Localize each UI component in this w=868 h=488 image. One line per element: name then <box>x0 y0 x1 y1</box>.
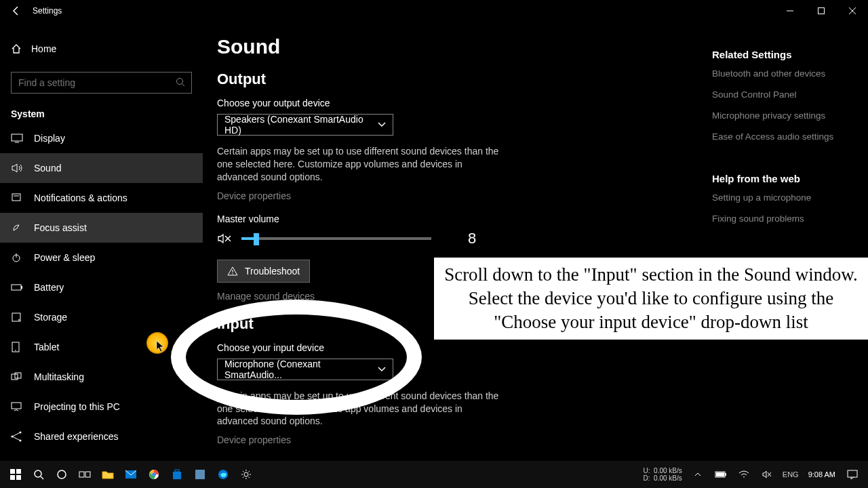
master-volume-slider[interactable] <box>241 237 431 240</box>
svg-point-25 <box>20 440 22 442</box>
warning-icon <box>227 266 238 276</box>
help-title: Help from the web <box>712 173 848 184</box>
sidebar-item-label: Power & sleep <box>34 252 95 263</box>
sidebar-item-multitasking[interactable]: Multitasking <box>0 362 203 392</box>
svg-rect-44 <box>195 470 205 479</box>
help-link-mic[interactable]: Setting up a microphone <box>712 192 848 203</box>
language-indicator[interactable]: ENG <box>783 470 799 479</box>
maximize-button[interactable] <box>806 0 837 22</box>
tray-chevron-icon[interactable] <box>686 461 709 488</box>
slider-thumb[interactable] <box>254 233 259 245</box>
search-input-wrap <box>11 72 192 94</box>
action-center-icon[interactable] <box>841 461 864 488</box>
svg-rect-1 <box>818 8 825 14</box>
input-device-dropdown[interactable]: Microphone (Conexant SmartAudio... <box>217 359 393 380</box>
taskbar-search-icon[interactable] <box>27 461 50 488</box>
display-icon <box>11 134 23 143</box>
home-link[interactable]: Home <box>0 34 203 64</box>
home-label: Home <box>31 43 56 54</box>
sidebar-item-shared[interactable]: Shared experiences <box>0 422 203 451</box>
storage-icon <box>11 312 23 323</box>
chevron-down-icon <box>378 367 386 372</box>
shared-icon <box>11 431 23 442</box>
battery-tray-icon[interactable] <box>709 461 732 488</box>
related-link-sound-control[interactable]: Sound Control Panel <box>712 89 848 100</box>
power-icon <box>11 252 23 263</box>
sound-icon <box>11 163 23 174</box>
search-input[interactable] <box>11 72 192 94</box>
sidebar-item-power[interactable]: Power & sleep <box>0 243 203 272</box>
input-description: Certain apps may be set up to use differ… <box>217 390 502 428</box>
chevron-down-icon <box>378 122 386 127</box>
titlebar: Settings <box>0 0 868 22</box>
settings-taskbar-icon[interactable] <box>235 461 258 488</box>
related-settings-title: Related Settings <box>712 49 848 60</box>
start-button[interactable] <box>4 461 27 488</box>
sidebar-item-label: Sound <box>34 163 61 174</box>
svg-rect-13 <box>21 286 22 289</box>
volume-mute-icon[interactable] <box>217 232 232 245</box>
svg-point-17 <box>15 350 16 351</box>
sidebar-item-display[interactable]: Display <box>0 123 203 153</box>
edge-icon[interactable] <box>212 461 235 488</box>
svg-line-22 <box>12 436 20 441</box>
sidebar-item-notifications[interactable]: Notifications & actions <box>0 183 203 213</box>
sidebar-item-sound[interactable]: Sound <box>0 153 203 183</box>
volume-tray-icon[interactable] <box>755 461 778 488</box>
home-icon <box>11 43 22 54</box>
sidebar-item-label: Projecting to this PC <box>34 401 120 412</box>
svg-rect-20 <box>12 403 21 409</box>
svg-rect-38 <box>85 472 90 477</box>
input-choose-label: Choose your input device <box>217 342 868 353</box>
annotation-callout: Scroll down to the "Input" section in th… <box>434 258 868 340</box>
cursor-icon <box>156 340 165 352</box>
sidebar-item-storage[interactable]: Storage <box>0 302 203 332</box>
svg-rect-8 <box>12 194 20 201</box>
sidebar-item-label: Focus assist <box>34 222 87 233</box>
clock[interactable]: 9:08 AM <box>808 470 835 479</box>
sidebar-item-focus-assist[interactable]: Focus assist <box>0 213 203 243</box>
svg-rect-31 <box>16 469 21 474</box>
wifi-tray-icon[interactable] <box>732 461 755 488</box>
svg-rect-37 <box>79 472 84 477</box>
troubleshoot-button[interactable]: Troubleshoot <box>217 260 310 283</box>
taskbar: U: 0.00 kB/s D: 0.00 kB/s ENG 9:08 AM <box>0 461 868 488</box>
svg-point-23 <box>12 436 14 438</box>
svg-rect-43 <box>175 470 179 472</box>
related-link-bluetooth[interactable]: Bluetooth and other devices <box>712 68 848 79</box>
focus-icon <box>11 222 23 233</box>
battery-icon <box>11 283 23 291</box>
window-title: Settings <box>33 6 62 16</box>
sidebar-item-battery[interactable]: Battery <box>0 272 203 302</box>
svg-point-24 <box>20 432 22 434</box>
svg-point-46 <box>244 472 248 476</box>
svg-line-5 <box>182 84 185 87</box>
output-device-value: Speakers (Conexant SmartAudio HD) <box>224 114 378 136</box>
related-link-mic-privacy[interactable]: Microphone privacy settings <box>712 110 848 121</box>
multitask-icon <box>11 372 23 382</box>
task-view-icon[interactable] <box>73 461 96 488</box>
back-button[interactable] <box>0 0 33 22</box>
svg-rect-48 <box>725 473 726 476</box>
app-icon[interactable] <box>189 461 212 488</box>
cortana-icon[interactable] <box>50 461 73 488</box>
mail-icon[interactable] <box>119 461 142 488</box>
sidebar-item-projecting[interactable]: Projecting to this PC <box>0 392 203 422</box>
input-device-properties-link[interactable]: Device properties <box>217 434 868 445</box>
output-device-dropdown[interactable]: Speakers (Conexant SmartAudio HD) <box>217 114 393 136</box>
related-settings-pane: Related Settings Bluetooth and other dev… <box>712 49 848 235</box>
minimize-button[interactable] <box>774 0 806 22</box>
main-content: Sound Output Choose your output device S… <box>203 22 868 461</box>
chrome-icon[interactable] <box>142 461 165 488</box>
explorer-icon[interactable] <box>96 461 119 488</box>
store-icon[interactable] <box>165 461 189 488</box>
help-link-sound[interactable]: Fixing sound problems <box>712 214 848 224</box>
sidebar-item-tablet[interactable]: Tablet <box>0 332 203 362</box>
svg-rect-33 <box>16 475 21 480</box>
search-icon <box>176 77 185 87</box>
related-link-ease-access[interactable]: Ease of Access audio settings <box>712 131 848 142</box>
close-button[interactable] <box>837 0 868 22</box>
input-device-value: Microphone (Conexant SmartAudio... <box>224 359 378 380</box>
svg-point-34 <box>35 470 41 477</box>
sidebar-item-label: Storage <box>34 312 67 323</box>
